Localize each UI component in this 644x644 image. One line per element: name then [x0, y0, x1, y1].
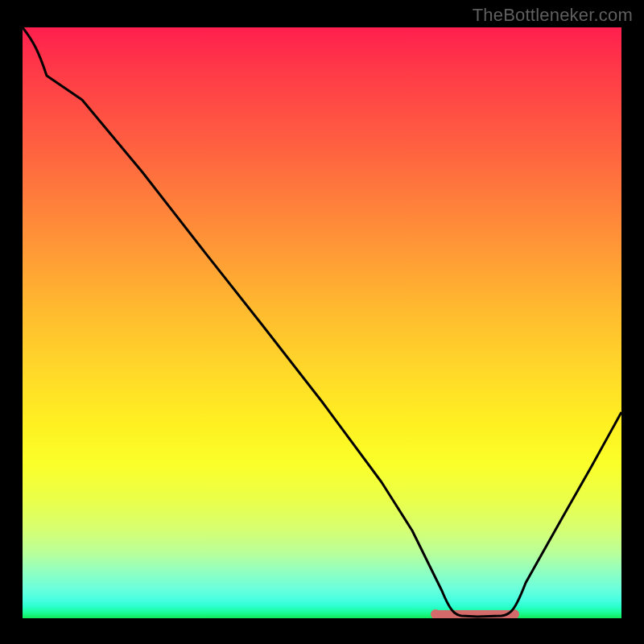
chart-frame: TheBottleneker.com [0, 0, 644, 644]
chart-svg [23, 27, 621, 618]
watermark-text: TheBottleneker.com [473, 5, 633, 26]
bottleneck-curve [23, 27, 621, 617]
plot-area [23, 27, 621, 618]
